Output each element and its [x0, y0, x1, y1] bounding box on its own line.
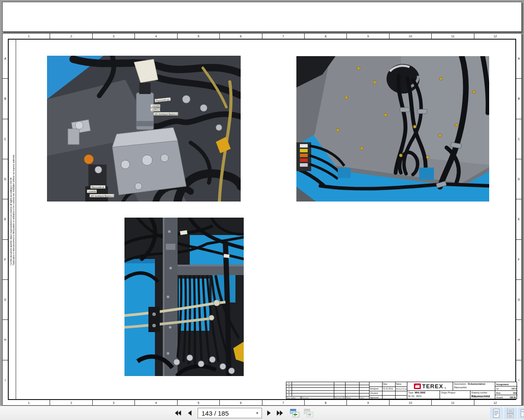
page-dropdown-caret-icon[interactable]: ▼ [255, 411, 262, 415]
ruler-row-label: H [516, 320, 521, 360]
ruler-column-label: 11 [432, 34, 474, 39]
approved-label: Approved [369, 395, 382, 400]
terex-wordmark: TEREX [422, 383, 443, 390]
ruler-row-label: I [3, 360, 8, 400]
revision-row: e [286, 382, 369, 385]
ruler-column-label: 4 [135, 400, 177, 405]
ruler-column-label: 7 [262, 34, 305, 39]
previous-page-button[interactable] [185, 407, 196, 419]
margin-column-line [16, 39, 16, 400]
facing-pages-layout-icon [521, 409, 524, 418]
revision-index-letter: b [286, 391, 292, 393]
revision-index-letter: e [286, 382, 292, 385]
ruler-column-label: 6 [220, 34, 262, 39]
revision-table: edcba [286, 382, 369, 396]
description-box: Description: Dokumentation Räumschild [453, 382, 495, 391]
terex-castle-icon [414, 383, 421, 389]
continuous-layout-icon [507, 409, 514, 418]
checked-label: Checked [369, 391, 382, 395]
origin-project-box: Origin Project [440, 391, 470, 400]
ruler-column-label: 9 [347, 34, 389, 39]
previous-view-icon [290, 409, 299, 417]
ruler-row-label: A [516, 39, 521, 79]
ruler-column-label: 2 [50, 34, 92, 39]
photo-cable-column [124, 218, 244, 376]
type-box: Type MHL360E M.-Nr.: 4001- [407, 391, 440, 400]
revision-no-header: Revision No. [334, 396, 346, 399]
drawing-number-box: Drawing number Räumschild [470, 391, 495, 400]
page-number-value: 143 / 185 [202, 410, 229, 417]
pdf-viewer-window: { "viewer": { "background_color": "#9d9d… [0, 0, 524, 420]
svg-text:+1N4359: +1N4359 [88, 191, 96, 193]
ruler-row-label: C [516, 119, 521, 159]
copyright-note: For this document and the object represe… [10, 157, 15, 265]
ruler-column-label: 1 [8, 400, 50, 405]
single-page-layout-icon [493, 409, 500, 418]
ruler-row-label: E [3, 199, 8, 239]
ruler-row-label: F [3, 240, 8, 280]
ruler-row-label: B [3, 79, 8, 119]
ruler-column-label: 7 [262, 400, 305, 405]
revision-index-letter: a [286, 393, 292, 396]
first-page-button[interactable] [172, 407, 184, 419]
ruler-column-label: 10 [390, 400, 432, 405]
svg-text:+1N4358: +1N4358 [151, 105, 160, 108]
name-col-header: Name [395, 382, 407, 386]
photo-panel-underside [296, 56, 489, 202]
ruler-row-label: G [516, 280, 521, 320]
last-page-button[interactable] [274, 407, 286, 419]
ruler-bottom: 123456789101112 [8, 400, 516, 405]
photo1-orange-knob [84, 155, 94, 164]
ruler-row-label: A [3, 39, 8, 79]
ruler-column-label: 10 [390, 34, 432, 39]
svg-text:24V Ventilspule Bauform A: 24V Ventilspule Bauform A [155, 113, 178, 115]
revision-index-letter: d [286, 385, 292, 388]
page-number-combobox[interactable]: 143 / 185 ▼ [198, 408, 262, 418]
ruler-row-label: C [3, 119, 8, 159]
next-page-icon [265, 410, 272, 417]
date-col-header: Date [382, 382, 395, 386]
ruler-column-label: 9 [347, 400, 389, 405]
revision-row: c [286, 388, 369, 391]
ruler-column-label: 3 [93, 400, 135, 405]
first-page-icon [174, 410, 182, 417]
next-page-button[interactable] [263, 407, 274, 419]
revision-row: b [286, 391, 369, 394]
svg-text:24V Ventilspule Bauform A: 24V Ventilspule Bauform A [91, 195, 114, 197]
terex-logo: TEREX ® [407, 382, 453, 391]
ruler-row-label: D [516, 159, 521, 199]
layout-continuous-button[interactable] [504, 407, 517, 419]
ruler-column-label: 6 [220, 400, 262, 405]
previous-view-button[interactable] [288, 407, 301, 419]
designed-name: Michael Knebel [395, 386, 407, 391]
revision-row: a [286, 393, 369, 396]
ruler-column-label: 3 [93, 34, 135, 39]
revision-index-letter: c [286, 388, 292, 390]
revision-header: Revision [301, 396, 334, 399]
ruler-column-label: 8 [305, 400, 347, 405]
ruler-column-label: 12 [474, 34, 516, 39]
ruler-row-label: H [3, 320, 8, 360]
viewer-toolbar: 143 / 185 ▼ [0, 406, 524, 420]
name-header: Name [346, 396, 359, 399]
previous-page-icon [187, 410, 194, 417]
next-view-icon [304, 409, 313, 417]
svg-text:+1DR12.4: +1DR12.4 [151, 109, 161, 111]
ruler-row-label: E [516, 199, 521, 239]
designed-label: Designed [369, 386, 382, 391]
next-view-button[interactable] [302, 407, 315, 419]
svg-text:Räumschild ab: Räumschild ab [91, 186, 104, 188]
ruler-row-label: D [3, 159, 8, 199]
ruler-column-label: 5 [178, 34, 220, 39]
date-header: Date [359, 396, 369, 399]
ruler-row-label: F [516, 240, 521, 280]
revision-row: d [286, 385, 369, 388]
layout-facing-pages-button[interactable] [518, 407, 524, 419]
document-page: 123456789101112 123456789101112 ABCDEFGH… [2, 33, 522, 406]
ruler-column-label: 1 [8, 34, 50, 39]
ruler-column-label: 11 [432, 400, 474, 405]
last-page-icon [276, 410, 284, 417]
ruler-right: ABCDEFGHI [516, 39, 521, 400]
revision-header-row: Rev. Index Revision Revision No. Name Da… [286, 396, 369, 399]
layout-single-page-button[interactable] [490, 407, 503, 419]
